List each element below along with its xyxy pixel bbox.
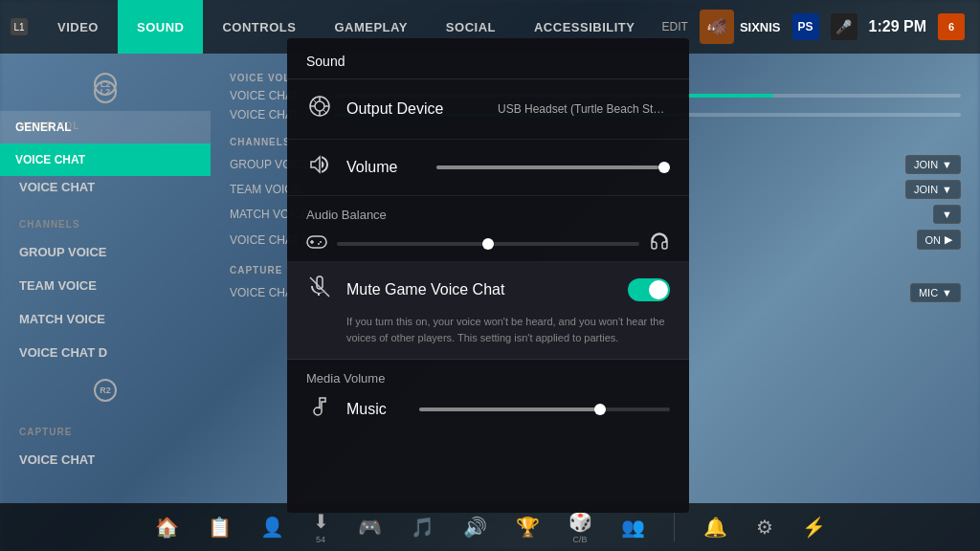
output-device-value: USB Headset (Turtle Beach Stealth ...: [498, 102, 670, 116]
r2-button[interactable]: R2: [94, 379, 117, 402]
sound-icon[interactable]: 🔊: [463, 516, 487, 539]
notification-badge: 6: [938, 13, 965, 40]
music-slider-wrap: [419, 408, 670, 411]
store-badge: C/B: [572, 535, 587, 544]
download-badge: 54: [316, 535, 325, 544]
group-voice-dropdown[interactable]: JOIN ▼: [905, 155, 961, 174]
svg-line-9: [323, 110, 327, 114]
output-device-row[interactable]: Output Device USB Headset (Turtle Beach …: [287, 79, 689, 140]
controller-icon: [306, 232, 327, 254]
user-avatar-area: 🐗 SIXNIS: [700, 10, 781, 44]
gamepad-icon[interactable]: 🎮: [358, 516, 382, 539]
sidebar-team-voice[interactable]: TEAM VOICE: [0, 269, 211, 302]
music-fill: [419, 408, 600, 411]
tab-sound[interactable]: SOUND: [118, 0, 203, 54]
output-device-icon: [306, 95, 333, 123]
media-icon[interactable]: 🎵: [411, 516, 434, 539]
home-icon[interactable]: 🏠: [155, 516, 179, 539]
mute-section: Mute Game Voice Chat If you turn this on…: [287, 262, 689, 360]
clock-display: 1:29 PM: [869, 18, 926, 35]
library-icon[interactable]: 📋: [208, 516, 232, 539]
balance-slider[interactable]: [337, 242, 639, 246]
match-voice-dropdown[interactable]: ▼: [933, 205, 961, 224]
music-row: Music: [306, 395, 670, 424]
l2-circle[interactable]: L2: [94, 80, 117, 103]
mute-description: If you turn this on, your voice won't be…: [306, 314, 670, 345]
volume-slider[interactable]: [436, 165, 670, 169]
settings-icon[interactable]: ⚙: [756, 516, 773, 539]
volume-row: Volume: [287, 140, 689, 196]
tab-video[interactable]: VIDEO: [38, 0, 118, 54]
capture-label: CAPTURE: [0, 411, 211, 443]
balance-thumb: [482, 238, 494, 250]
nav-divider: [674, 513, 675, 541]
r2-button-area: R2: [0, 379, 211, 402]
nav-left-icon: L1: [0, 0, 38, 54]
sidebar-voice-chat-d[interactable]: VOICE CHAT D: [0, 336, 211, 369]
media-section: Media Volume Music: [287, 360, 689, 513]
audio-balance-track: [306, 231, 670, 255]
general-item[interactable]: GENERAL: [0, 111, 211, 143]
trophy-icon[interactable]: 🏆: [516, 516, 540, 539]
download-icon[interactable]: ⬇ 54: [313, 510, 329, 544]
mute-row: Mute Game Voice Chat: [306, 276, 670, 304]
voice-chat-item[interactable]: VOICE CHAT: [0, 143, 211, 176]
sidebar-group-voice[interactable]: GROUP VOICE: [0, 235, 211, 269]
store-icon[interactable]: 🎲 C/B: [568, 510, 592, 544]
svg-point-13: [320, 241, 322, 243]
l2-indicator: L2: [0, 73, 211, 111]
avatar: 🐗: [700, 10, 734, 44]
svg-point-14: [318, 243, 320, 245]
mute-toggle[interactable]: [628, 278, 670, 301]
left-menu: L2 GENERAL VOICE CHAT: [0, 73, 211, 176]
music-thumb: [594, 404, 606, 415]
svg-point-3: [315, 101, 324, 111]
music-label: Music: [346, 401, 387, 418]
edit-label[interactable]: EDIT: [662, 20, 688, 33]
capture-mic-dropdown[interactable]: MIC ▼: [910, 283, 961, 302]
sound-modal: Sound Output Device USB Headset (Turtle …: [287, 38, 689, 513]
music-icon: [306, 395, 333, 424]
nav-right-area: EDIT 🐗 SIXNIS PS 🎤 1:29 PM 6: [662, 10, 980, 44]
sidebar-voice-chat-capture[interactable]: VOICE CHAT: [0, 443, 211, 476]
mute-label: Mute Game Voice Chat: [346, 281, 614, 298]
profile-icon[interactable]: 👤: [260, 516, 284, 539]
team-voice-dropdown[interactable]: JOIN ▼: [905, 180, 961, 199]
ps-icon: PS: [792, 13, 819, 40]
sidebar-match-voice[interactable]: MATCH VOICE: [0, 302, 211, 336]
mute-icon: [306, 276, 333, 304]
notifications-icon[interactable]: 🔔: [703, 516, 727, 539]
output-device-label: Output Device: [346, 100, 484, 118]
media-volume-label: Media Volume: [306, 371, 670, 386]
channels-label: CHANNELS: [0, 204, 211, 235]
volume-fill: [436, 165, 658, 169]
music-slider[interactable]: [419, 408, 670, 411]
svg-line-8: [313, 99, 317, 103]
mic-icon: 🎤: [831, 13, 858, 40]
headphone-icon: [649, 231, 670, 255]
svg-text:L1: L1: [13, 22, 25, 33]
volume-label: Volume: [346, 159, 423, 176]
voice-chat-d-value[interactable]: ON ▶: [917, 230, 962, 250]
toggle-knob: [649, 280, 668, 299]
volume-thumb: [658, 162, 670, 173]
friends-icon[interactable]: 👥: [621, 516, 645, 539]
audio-balance-section: Audio Balance: [287, 196, 689, 262]
volume-icon: [306, 153, 333, 182]
power-icon[interactable]: ⚡: [802, 516, 826, 539]
modal-title: Sound: [287, 38, 689, 79]
audio-balance-label: Audio Balance: [306, 208, 670, 222]
username-label: SIXNIS: [740, 20, 781, 34]
